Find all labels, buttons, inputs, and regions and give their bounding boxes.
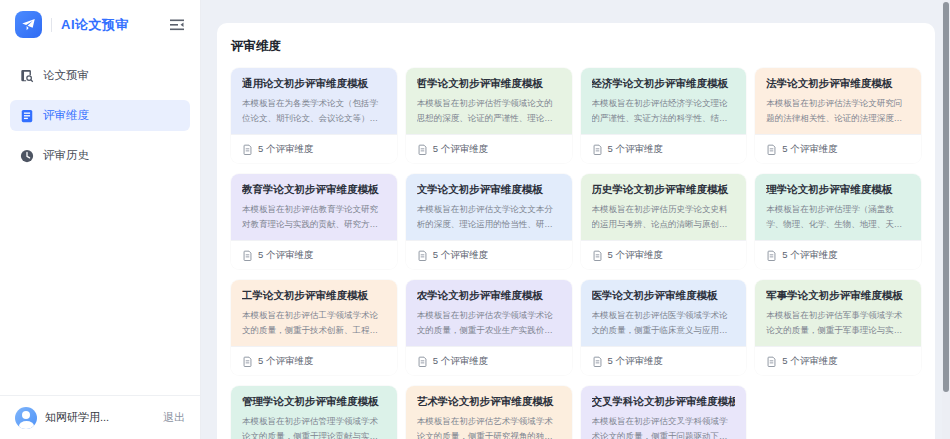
card-title: 历史学论文初步评审维度模板 bbox=[592, 183, 736, 197]
sidebar-item-review-history[interactable]: 评审历史 bbox=[10, 140, 190, 171]
card-header: 文学论文初步评审维度模板 本模板旨在初步评估文学论文文本分析的深度、理论运用的恰… bbox=[406, 174, 572, 240]
card-footer-label: 5 个评审维度 bbox=[782, 355, 837, 368]
card-footer-label: 5 个评审维度 bbox=[433, 249, 488, 262]
card-description: 本模板旨在初步评估农学领域学术论文的质量，侧重于农业生产实践价值、... bbox=[417, 308, 561, 337]
file-text-icon bbox=[592, 356, 603, 367]
sidebar-nav: 论文预审 评审维度 评审历史 bbox=[0, 48, 200, 171]
template-card[interactable]: 法学论文初步评审维度模板 本模板旨在初步评估法学论文研究问题的法律相关性、论证的… bbox=[755, 68, 921, 163]
card-footer-label: 5 个评审维度 bbox=[608, 355, 663, 368]
card-footer-label: 5 个评审维度 bbox=[258, 355, 313, 368]
file-text-icon bbox=[592, 144, 603, 155]
card-footer: 5 个评审维度 bbox=[231, 240, 397, 269]
card-header: 交叉学科论文初步评审维度模板 本模板旨在初步评估交叉学科领域学术论文的质量，侧重… bbox=[581, 386, 747, 439]
sidebar-collapse-icon[interactable] bbox=[168, 16, 186, 34]
review-dimensions-icon bbox=[20, 109, 34, 123]
card-title: 经济学论文初步评审维度模板 bbox=[592, 77, 736, 91]
card-footer: 5 个评审维度 bbox=[406, 134, 572, 163]
card-title: 哲学论文初步评审维度模板 bbox=[417, 77, 561, 91]
card-header: 历史学论文初步评审维度模板 本模板旨在初步评估历史学论文史料的运用与考辨、论点的… bbox=[581, 174, 747, 240]
card-header: 工学论文初步评审维度模板 本模板旨在初步评估工学领域学术论文的质量，侧重于技术创… bbox=[231, 280, 397, 346]
template-card[interactable]: 经济学论文初步评审维度模板 本模板旨在初步评估经济学论文理论的严谨性、实证方法的… bbox=[581, 68, 747, 163]
card-footer-label: 5 个评审维度 bbox=[608, 143, 663, 156]
template-card[interactable]: 教育学论文初步评审维度模板 本模板旨在初步评估教育学论文研究对教育理论与实践的贡… bbox=[231, 174, 397, 269]
card-header: 哲学论文初步评审维度模板 本模板旨在初步评估哲学领域论文的思想的深度、论证的严谨… bbox=[406, 68, 572, 134]
card-header: 经济学论文初步评审维度模板 本模板旨在初步评估经济学论文理论的严谨性、实证方法的… bbox=[581, 68, 747, 134]
file-text-icon bbox=[766, 250, 777, 261]
card-description: 本模板旨在初步评估文学论文文本分析的深度、理论运用的恰当性、研究视... bbox=[417, 202, 561, 231]
card-header: 教育学论文初步评审维度模板 本模板旨在初步评估教育学论文研究对教育理论与实践的贡… bbox=[231, 174, 397, 240]
card-footer: 5 个评审维度 bbox=[231, 134, 397, 163]
sidebar-user-footer: 知网研学用... 退出 bbox=[0, 395, 200, 439]
card-footer: 5 个评审维度 bbox=[755, 240, 921, 269]
app-logo-icon bbox=[15, 11, 42, 38]
template-card[interactable]: 艺术学论文初步评审维度模板 本模板旨在初步评估艺术学领域学术论文的质量，侧重于研… bbox=[406, 386, 572, 439]
card-description: 本模板旨在初步评估医学领域学术论文的质量，侧重于临床意义与应用价值... bbox=[592, 308, 736, 337]
logout-button[interactable]: 退出 bbox=[163, 410, 185, 425]
template-card[interactable]: 农学论文初步评审维度模板 本模板旨在初步评估农学领域学术论文的质量，侧重于农业生… bbox=[406, 280, 572, 375]
card-title: 法学论文初步评审维度模板 bbox=[766, 77, 910, 91]
template-card[interactable]: 通用论文初步评审维度模板 本模板旨在为各类学术论文（包括学位论文、期刊论文、会议… bbox=[231, 68, 397, 163]
card-title: 文学论文初步评审维度模板 bbox=[417, 183, 561, 197]
scrollbar-track[interactable] bbox=[942, 0, 950, 439]
card-description: 本模板旨在初步评估艺术学领域学术论文的质量，侧重于研究视角的独特性... bbox=[417, 414, 561, 439]
file-text-icon bbox=[417, 144, 428, 155]
card-description: 本模板旨在初步评估法学论文研究问题的法律相关性、论证的法理深度与逻... bbox=[766, 96, 910, 125]
card-title: 交叉学科论文初步评审维度模板 bbox=[592, 395, 736, 409]
template-card[interactable]: 管理学论文初步评审维度模板 本模板旨在初步评估管理学领域学术论文的质量，侧重于理… bbox=[231, 386, 397, 439]
file-text-icon bbox=[766, 144, 777, 155]
card-description: 本模板旨在为各类学术论文（包括学位论文、期刊论文、会议论文等）提供... bbox=[242, 96, 386, 125]
sidebar-item-review-dimensions[interactable]: 评审维度 bbox=[10, 100, 190, 131]
sidebar-item-label: 评审历史 bbox=[43, 148, 89, 163]
card-title: 农学论文初步评审维度模板 bbox=[417, 289, 561, 303]
card-footer-label: 5 个评审维度 bbox=[608, 249, 663, 262]
template-card[interactable]: 文学论文初步评审维度模板 本模板旨在初步评估文学论文文本分析的深度、理论运用的恰… bbox=[406, 174, 572, 269]
card-description: 本模板旨在初步评估哲学领域论文的思想的深度、论证的严谨性、理论的创... bbox=[417, 96, 561, 125]
sidebar-item-paper-review[interactable]: 论文预审 bbox=[10, 60, 190, 91]
card-title: 军事学论文初步评审维度模板 bbox=[766, 289, 910, 303]
template-card[interactable]: 历史学论文初步评审维度模板 本模板旨在初步评估历史学论文史料的运用与考辨、论点的… bbox=[581, 174, 747, 269]
template-card[interactable]: 军事学论文初步评审维度模板 本模板旨在初步评估军事学领域学术论文的质量，侧重于军… bbox=[755, 280, 921, 375]
user-name: 知网研学用... bbox=[45, 410, 155, 425]
file-text-icon bbox=[242, 250, 253, 261]
card-footer: 5 个评审维度 bbox=[755, 346, 921, 375]
card-footer: 5 个评审维度 bbox=[231, 346, 397, 375]
card-title: 通用论文初步评审维度模板 bbox=[242, 77, 386, 91]
card-title: 教育学论文初步评审维度模板 bbox=[242, 183, 386, 197]
card-footer-label: 5 个评审维度 bbox=[782, 143, 837, 156]
file-text-icon bbox=[417, 356, 428, 367]
card-description: 本模板旨在初步评估交叉学科领域学术论文的质量，侧重于问题驱动下的学... bbox=[592, 414, 736, 439]
template-card[interactable]: 哲学论文初步评审维度模板 本模板旨在初步评估哲学领域论文的思想的深度、论证的严谨… bbox=[406, 68, 572, 163]
file-text-icon bbox=[417, 250, 428, 261]
card-footer: 5 个评审维度 bbox=[755, 134, 921, 163]
card-description: 本模板旨在初步评估理学（涵盖数学、物理、化学、生物、地理、天文等基... bbox=[766, 202, 910, 231]
card-header: 理学论文初步评审维度模板 本模板旨在初步评估理学（涵盖数学、物理、化学、生物、地… bbox=[755, 174, 921, 240]
card-title: 理学论文初步评审维度模板 bbox=[766, 183, 910, 197]
template-card[interactable]: 工学论文初步评审维度模板 本模板旨在初步评估工学领域学术论文的质量，侧重于技术创… bbox=[231, 280, 397, 375]
file-text-icon bbox=[766, 356, 777, 367]
card-description: 本模板旨在初步评估历史学论文史料的运用与考辨、论点的清晰与原创性、... bbox=[592, 202, 736, 231]
scrollbar-thumb[interactable] bbox=[943, 2, 949, 392]
card-header: 通用论文初步评审维度模板 本模板旨在为各类学术论文（包括学位论文、期刊论文、会议… bbox=[231, 68, 397, 134]
card-footer: 5 个评审维度 bbox=[581, 134, 747, 163]
card-footer-label: 5 个评审维度 bbox=[258, 143, 313, 156]
template-card-grid: 通用论文初步评审维度模板 本模板旨在为各类学术论文（包括学位论文、期刊论文、会议… bbox=[231, 68, 921, 439]
card-header: 法学论文初步评审维度模板 本模板旨在初步评估法学论文研究问题的法律相关性、论证的… bbox=[755, 68, 921, 134]
main-area: 评审维度 通用论文初步评审维度模板 本模板旨在为各类学术论文（包括学位论文、期刊… bbox=[201, 0, 950, 439]
paper-review-icon bbox=[20, 69, 34, 83]
card-header: 农学论文初步评审维度模板 本模板旨在初步评估农学领域学术论文的质量，侧重于农业生… bbox=[406, 280, 572, 346]
template-card[interactable]: 交叉学科论文初步评审维度模板 本模板旨在初步评估交叉学科领域学术论文的质量，侧重… bbox=[581, 386, 747, 439]
page-title: 评审维度 bbox=[231, 38, 921, 55]
card-header: 管理学论文初步评审维度模板 本模板旨在初步评估管理学领域学术论文的质量，侧重于理… bbox=[231, 386, 397, 439]
file-text-icon bbox=[592, 250, 603, 261]
card-footer-label: 5 个评审维度 bbox=[258, 249, 313, 262]
sidebar-item-label: 评审维度 bbox=[43, 108, 89, 123]
card-footer: 5 个评审维度 bbox=[406, 240, 572, 269]
card-description: 本模板旨在初步评估经济学论文理论的严谨性、实证方法的科学性、结论的... bbox=[592, 96, 736, 125]
user-avatar[interactable] bbox=[15, 407, 37, 429]
template-card[interactable]: 医学论文初步评审维度模板 本模板旨在初步评估医学领域学术论文的质量，侧重于临床意… bbox=[581, 280, 747, 375]
sidebar: AI论文预审 论文预审 评审维度 评审历史 bbox=[0, 0, 201, 439]
template-card[interactable]: 理学论文初步评审维度模板 本模板旨在初步评估理学（涵盖数学、物理、化学、生物、地… bbox=[755, 174, 921, 269]
app-title: AI论文预审 bbox=[61, 16, 168, 34]
card-title: 医学论文初步评审维度模板 bbox=[592, 289, 736, 303]
card-title: 艺术学论文初步评审维度模板 bbox=[417, 395, 561, 409]
